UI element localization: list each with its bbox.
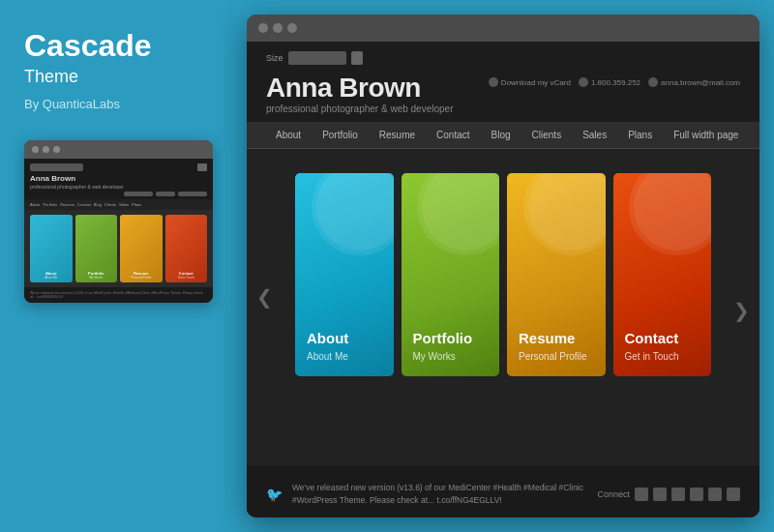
site-header: Size Anna Brown professional photographe… bbox=[247, 42, 759, 122]
card-contact: Contact Get in Touch bbox=[613, 173, 712, 376]
nav-fullwidth[interactable]: Full width page bbox=[664, 122, 748, 148]
small-card-resume-sub: Personal Profile bbox=[123, 276, 160, 280]
small-nav-about: About bbox=[30, 202, 40, 207]
small-header: Anna Brown professional photographer & w… bbox=[24, 159, 213, 199]
email-icon bbox=[648, 77, 658, 87]
small-contact-pill bbox=[124, 192, 153, 196]
site-body: ❮ About About Me Portfolio My Works bbox=[247, 149, 759, 517]
site-vcard: Download my vCard bbox=[489, 77, 571, 87]
main-dot-3 bbox=[287, 23, 297, 33]
site-search-box[interactable] bbox=[288, 51, 346, 65]
brand-subtitle: Theme bbox=[24, 67, 208, 87]
nav-about[interactable]: About bbox=[266, 122, 311, 148]
vcard-label: Download my vCard bbox=[501, 78, 571, 87]
nav-resume[interactable]: Resume bbox=[370, 122, 425, 148]
site-name-block: Anna Brown professional photographer & w… bbox=[266, 73, 453, 114]
small-browser-mockup: Anna Brown professional photographer & w… bbox=[24, 140, 213, 303]
card-resume-label: Resume bbox=[519, 330, 594, 346]
small-card-contact-sub: Get in Touch bbox=[168, 276, 205, 280]
main-browser-mockup: Size Anna Brown professional photographe… bbox=[247, 15, 759, 517]
small-phone-pill bbox=[156, 192, 175, 196]
nav-plans[interactable]: Plans bbox=[618, 122, 662, 148]
google-icon[interactable] bbox=[727, 488, 740, 501]
card-portfolio-label: Portfolio bbox=[413, 330, 489, 346]
small-card-about: About About Me bbox=[30, 215, 73, 282]
site-search-button[interactable] bbox=[351, 51, 363, 65]
site-email: anna.brown@mail.com bbox=[648, 77, 740, 87]
site-contact-info: Download my vCard 1.800.359.252 anna.bro… bbox=[489, 77, 740, 87]
site-tagline: professional photographer & web develope… bbox=[266, 103, 453, 114]
site-phone: 1.800.359.252 bbox=[579, 77, 640, 87]
small-nav-blog: Blog bbox=[94, 202, 102, 207]
small-searchbar bbox=[30, 163, 83, 171]
card-portfolio-sub: My Works bbox=[413, 351, 489, 362]
card-contact-sub: Get in Touch bbox=[625, 351, 700, 362]
small-close-btn bbox=[197, 163, 207, 171]
small-site-tagline: professional photographer & web develope… bbox=[30, 184, 207, 190]
main-titlebar bbox=[247, 15, 759, 42]
feed-icon[interactable] bbox=[653, 488, 667, 501]
brand-by: By QuanticaLabs bbox=[24, 97, 208, 111]
card-resume: Resume Personal Profile bbox=[507, 173, 606, 376]
small-header-top bbox=[30, 163, 207, 171]
phone-number: 1.800.359.252 bbox=[591, 78, 640, 87]
next-arrow[interactable]: ❯ bbox=[733, 299, 750, 322]
twitter-icon: 🐦 bbox=[266, 487, 283, 502]
nav-portfolio[interactable]: Portfolio bbox=[313, 122, 368, 148]
nav-contact[interactable]: Contact bbox=[427, 122, 479, 148]
small-nav: About Portfolio Resume Contact Blog Clie… bbox=[24, 199, 213, 210]
brand-title: Cascade bbox=[24, 29, 208, 63]
footer-connect: Connect bbox=[597, 488, 740, 501]
footer-tweet-text: We've released new version (v13.6) of ou… bbox=[292, 482, 587, 507]
card-contact-circle bbox=[629, 173, 711, 255]
small-titlebar bbox=[24, 140, 213, 159]
prev-arrow[interactable]: ❮ bbox=[256, 285, 273, 309]
small-nav-plans: Plans bbox=[132, 202, 141, 207]
small-card-portfolio-sub: My Works bbox=[78, 276, 115, 280]
twitter-social-icon[interactable] bbox=[671, 488, 685, 501]
vcard-icon bbox=[489, 77, 498, 87]
card-about-sub: About Me bbox=[307, 351, 382, 362]
small-cards: About About Me Portfolio My Works Resume… bbox=[24, 210, 213, 287]
small-dot-3 bbox=[53, 146, 60, 153]
connect-label: Connect bbox=[597, 489, 630, 499]
linkedin-icon[interactable] bbox=[708, 488, 722, 501]
site-nav: About Portfolio Resume Contact Blog Clie… bbox=[247, 122, 759, 149]
small-email-pill bbox=[178, 192, 207, 196]
main-content: Size Anna Brown professional photographe… bbox=[247, 42, 759, 517]
small-footer: We've released new version (v13.6) of ou… bbox=[24, 287, 213, 303]
small-footer-text: We've released new version (v13.6) of ou… bbox=[30, 291, 207, 299]
small-card-contact: Contact Get in Touch bbox=[165, 215, 208, 282]
cards-section: About About Me Portfolio My Works Resume… bbox=[247, 149, 759, 400]
small-nav-portfolio: Portfolio bbox=[43, 202, 57, 207]
site-search-label: Size bbox=[266, 53, 283, 63]
rss-icon[interactable] bbox=[635, 488, 648, 501]
card-resume-circle bbox=[523, 173, 606, 255]
nav-blog[interactable]: Blog bbox=[482, 122, 521, 148]
phone-icon bbox=[579, 77, 588, 87]
card-resume-sub: Personal Profile bbox=[519, 351, 594, 362]
small-card-portfolio: Portfolio My Works bbox=[75, 215, 118, 282]
small-nav-resume: Resume bbox=[60, 202, 74, 207]
site-footer: 🐦 We've released new version (v13.6) of … bbox=[247, 465, 759, 517]
facebook-icon[interactable] bbox=[690, 488, 703, 501]
card-about: About About Me bbox=[295, 173, 394, 376]
small-dot-1 bbox=[32, 146, 39, 153]
site-header-top: Size bbox=[266, 51, 740, 65]
nav-sales[interactable]: Sales bbox=[573, 122, 616, 148]
small-nav-clients: Clients bbox=[104, 202, 116, 207]
left-panel: Cascade Theme By QuanticaLabs Anna Brown… bbox=[0, 0, 232, 532]
small-nav-sales: Sales bbox=[119, 202, 129, 207]
small-card-about-sub: About Me bbox=[33, 276, 70, 280]
small-dot-2 bbox=[43, 146, 49, 153]
email-address: anna.brown@mail.com bbox=[661, 78, 740, 87]
card-contact-label: Contact bbox=[625, 330, 700, 346]
small-contact-icons bbox=[30, 192, 207, 196]
site-name: Anna Brown bbox=[266, 73, 453, 103]
small-site-name: Anna Brown bbox=[30, 174, 207, 183]
card-portfolio: Portfolio My Works bbox=[402, 173, 500, 376]
small-content: Anna Brown professional photographer & w… bbox=[24, 159, 213, 303]
nav-clients[interactable]: Clients bbox=[522, 122, 572, 148]
small-nav-contact: Contact bbox=[77, 202, 91, 207]
card-about-label: About bbox=[307, 330, 382, 346]
